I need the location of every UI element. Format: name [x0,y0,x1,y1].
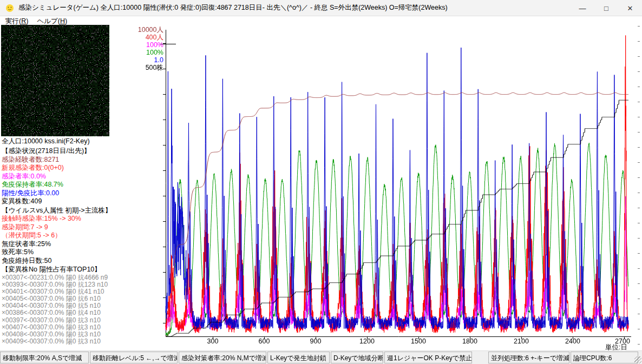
status-lkey-lockdown: L-Keyで発生地封鎖 [267,352,330,363]
stat-positive-immune-ratio: 陽性/免疫比率:0.00 [2,189,164,198]
y-axis-label-new-cases: 400人 [104,34,163,41]
virus-asymptomatic-rate: 無症状者率:25% [2,240,164,249]
status-leisure: 週1レジャーOK P-Keyで禁止 [384,352,472,363]
stat-new-infections: 新規感染者数:0(0+0) [2,164,164,173]
map-caption: 全人口:10000 kss.ini(F2-Key) [2,137,164,147]
virus-infection-period: 感染期間:7 -> 9 [2,223,164,232]
virus-latent-period: （潜伏期間:5 -> 6） [2,231,164,240]
resize-grip[interactable] [634,356,641,363]
menu-help[interactable]: ヘルプ(H) [34,17,70,26]
stat-variant-count: 変異株数:409 [2,197,164,206]
menu-run-key: R [21,17,26,25]
y-axis-label-variants: 500株 [104,64,163,71]
y-axis-label-ratio: 1.0 [104,56,163,64]
menu-help-key: H [60,17,65,25]
top10-item: ×00397<-00307:0.0% 陽0 抗3 n10 [2,317,164,324]
menu-run-post: ) [26,17,28,25]
virus-contact-rate: 接触時感染率:15% -> 30% [2,215,164,223]
status-logical-cpus: 論理CPU数:6 [571,352,638,363]
y-axis-label-rate-magenta: 100% [104,41,163,49]
status-bar: 移動制限率:20% A,Sで増減 移動距離レベル:5 ←,→で増減 感染対策者率… [0,350,642,364]
menu-run[interactable]: 実行(R) [2,17,31,26]
x-tick-label: 600 [259,337,270,345]
status-parallel-threads: 並列処理数:6 +-キーで増減 [488,352,569,363]
x-tick-label: 1200 [359,337,375,345]
status-move-distance: 移動距離レベル:5 ←,→で増減 [90,352,178,363]
status-countermeasure-rate: 感染対策者率:20% N,Mで増減 [179,352,266,363]
x-tick-label: 900 [310,337,322,345]
top10-item: ×00393<-00307:0.0% 陽0 抗123 n10 [2,281,164,288]
left-info-panel: 全人口:10000 kss.ini(F2-Key) 【感染状況(2718日目/出… [2,137,164,345]
top10-item: ×00307<-00231:0.0% 陽0 抗4666 n9 [2,274,164,281]
x-tick-label: 1800 [462,337,477,345]
window-controls: — □ ✕ [571,0,642,16]
minimize-button[interactable]: — [571,0,594,16]
app-window: 感染シミュレータ(ゲーム) 全人口:10000 陽性(潜伏:0 発症:0)回復:… [0,0,642,364]
y-axis-label-rate-green: 100% [104,49,163,56]
virus-fatality-rate: 致死率:5% [2,248,164,257]
virus-props-header: 【ウイルスvs人属性 初期->主流株】 [2,207,164,215]
menu-help-post: ) [65,17,67,25]
close-button[interactable]: ✕ [618,0,642,16]
stat-immunity-rate: 免疫保持者率:48.7% [2,181,164,189]
x-tick-label: 2400 [565,337,580,345]
status-mobility-limit: 移動制限率:20% A,Sで増減 [0,352,89,363]
x-tick-label: 300 [207,337,219,345]
virus-immunity-days: 免疫維持日数:50 [2,257,164,266]
virus-props-section: 【ウイルスvs人属性 初期->主流株】 接触時感染率:15% -> 30% 感染… [2,207,164,266]
x-tick-label: 1500 [411,337,426,345]
top10-item: ×00409<-00307:0.0% 陽0 抗3 n10 [2,338,164,345]
menu-run-pre: 実行( [5,17,21,25]
maximize-button[interactable]: □ [594,0,618,16]
right-tick-strip [638,26,642,348]
x-tick-label: 2100 [514,337,529,345]
menu-help-pre: ヘルプ( [37,17,60,25]
infection-status-section: 【感染状況(2718日目/出先)】 感染経験者数:8271 新規感染者数:0(0… [2,147,164,206]
stat-experienced: 感染経験者数:8271 [2,156,164,164]
top10-item: ×00386<-00307:0.0% 陽0 抗4 n10 [2,309,164,316]
y-axis-label-population: 10000人 [104,26,163,34]
title-bar: 感染シミュレータ(ゲーム) 全人口:10000 陽性(潜伏:0 発症:0)回復:… [0,0,642,16]
status-dkey-divide: D-Keyで地域分断 [331,352,383,363]
top10-header: 【変異株No 陽性占有率TOP10】 [2,266,164,274]
stat-infection-rate: 感染者率:0.0% [2,173,164,181]
app-icon [5,4,14,12]
top10-section: 【変異株No 陽性占有率TOP10】 ×00307<-00231:0.0% 陽0… [2,266,164,345]
window-title: 感染シミュレータ(ゲーム) 全人口:10000 陽性(潜伏:0 発症:0)回復:… [18,3,448,12]
infection-status-header: 【感染状況(2718日目/出先)】 [2,147,164,156]
population-map [1,25,109,136]
